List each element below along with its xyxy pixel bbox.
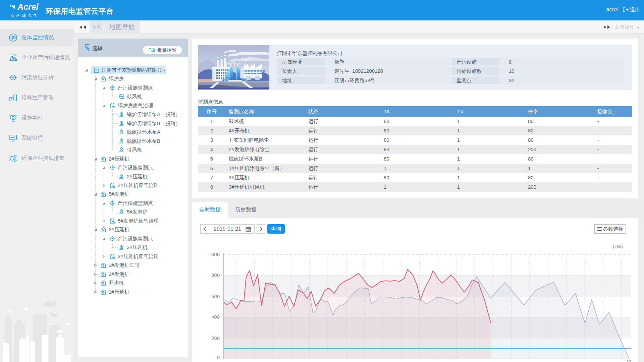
svg-text:800: 800 [211, 272, 220, 278]
svg-text:400: 400 [211, 314, 220, 320]
svg-text:0: 0 [217, 354, 220, 360]
svg-text:1000: 1000 [209, 251, 220, 257]
svg-text:200: 200 [211, 335, 220, 341]
svg-text:23: 23 [626, 359, 632, 362]
svg-text:(kW): (kW) [613, 244, 623, 249]
svg-text:600: 600 [211, 293, 220, 299]
